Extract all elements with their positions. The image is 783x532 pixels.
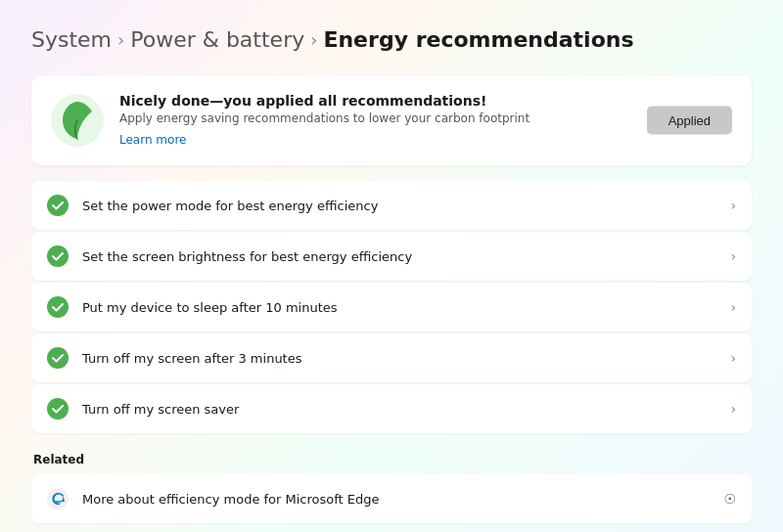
breadcrumb: System › Power & battery › Energy recomm… [31, 27, 752, 52]
svg-point-2 [47, 245, 69, 267]
breadcrumb-power[interactable]: Power & battery [130, 27, 304, 52]
item-label: Set the power mode for best energy effic… [82, 199, 716, 213]
chevron-right-icon: › [730, 248, 736, 264]
breadcrumb-separator-1: › [117, 29, 124, 50]
list-item[interactable]: Set the power mode for best energy effic… [31, 181, 752, 230]
check-circle-icon [47, 398, 69, 420]
banner-title: Nicely done—you applied all recommendati… [119, 93, 732, 109]
banner-subtitle: Apply energy saving recommendations to l… [119, 111, 732, 125]
leaf-icon [51, 94, 104, 147]
chevron-right-icon: › [730, 350, 736, 366]
page-container: System › Power & battery › Energy recomm… [0, 0, 783, 532]
item-label: Put my device to sleep after 10 minutes [82, 300, 716, 315]
banner-card: Nicely done—you applied all recommendati… [31, 75, 752, 165]
check-circle-icon [47, 296, 69, 318]
list-item[interactable]: Turn off my screen after 3 minutes › [31, 333, 752, 382]
item-label: Turn off my screen after 3 minutes [82, 351, 716, 366]
list-item[interactable]: Put my device to sleep after 10 minutes … [31, 283, 752, 332]
svg-point-5 [47, 398, 69, 420]
banner-text: Nicely done—you applied all recommendati… [119, 93, 732, 148]
external-link-icon: ☉ [723, 491, 736, 507]
item-label: Turn off my screen saver [82, 402, 716, 417]
svg-point-1 [47, 195, 69, 216]
check-circle-icon [47, 347, 69, 369]
svg-point-4 [47, 347, 69, 369]
learn-more-link[interactable]: Learn more [119, 133, 186, 147]
related-section: Related More about efficiency mode for M… [31, 453, 752, 523]
check-circle-icon [47, 195, 69, 216]
chevron-right-icon: › [730, 401, 736, 417]
applied-button: Applied [647, 107, 732, 135]
svg-point-3 [47, 296, 69, 318]
recommendations-list: Set the power mode for best energy effic… [31, 181, 752, 433]
item-label: Set the screen brightness for best energ… [82, 249, 716, 264]
chevron-right-icon: › [730, 299, 736, 315]
check-circle-icon [47, 245, 69, 267]
svg-point-6 [47, 488, 69, 510]
breadcrumb-system[interactable]: System [31, 27, 112, 52]
chevron-right-icon: › [730, 198, 736, 213]
breadcrumb-separator-2: › [310, 29, 317, 50]
related-item-label: More about efficiency mode for Microsoft… [82, 492, 710, 507]
list-item[interactable]: Set the screen brightness for best energ… [31, 232, 752, 281]
related-item[interactable]: More about efficiency mode for Microsoft… [31, 474, 752, 523]
list-item[interactable]: Turn off my screen saver › [31, 384, 752, 433]
related-title: Related [31, 453, 752, 466]
edge-icon [47, 488, 69, 510]
breadcrumb-current: Energy recommendations [323, 27, 633, 52]
